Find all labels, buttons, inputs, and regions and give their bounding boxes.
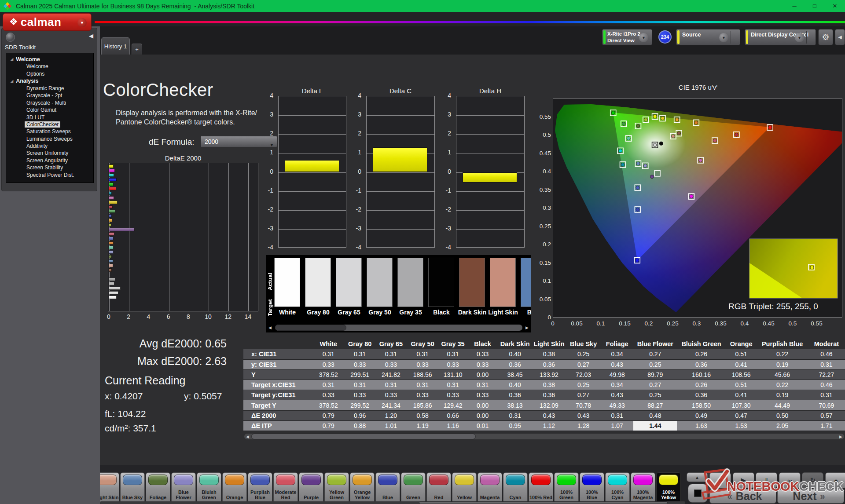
cell-target-y-gray-80[interactable]: 299.52 [344, 400, 375, 410]
swatch-scrollbar-thumb[interactable] [275, 325, 346, 331]
cell-y-cie31-gray-65[interactable]: 0.33 [375, 359, 407, 369]
cell-y-white[interactable]: 378.52 [312, 369, 344, 380]
cell-target-x-cie31-light-skin[interactable]: 0.38 [532, 380, 566, 390]
cell-target-y-cie31-black[interactable]: 0.33 [467, 390, 498, 400]
cell-x-cie31-orange[interactable]: 0.51 [726, 349, 757, 359]
sidebar-item-options[interactable]: Options [6, 70, 93, 77]
cell-x-cie31-gray-80[interactable]: 0.31 [344, 349, 375, 359]
cell-e-itp-blue-flower[interactable]: 1.44 [633, 420, 677, 431]
cell-e-itp-purplish-blue[interactable]: 2.05 [757, 420, 808, 431]
cell-target-y-foliage[interactable]: 49.33 [601, 400, 633, 410]
patch-button-purplish-blue[interactable]: Purplish Blue [248, 472, 272, 502]
close-icon[interactable]: ✕ [825, 0, 845, 12]
calman-menu-button[interactable]: ❖ calman ▼ [3, 13, 92, 31]
cell-y-cie31-dark-skin[interactable]: 0.36 [498, 359, 532, 369]
stop-measure-button[interactable] [688, 484, 708, 503]
sidebar-item-spectral-power-dist[interactable]: Spectral Power Dist. [6, 171, 93, 178]
cell-y-blue-sky[interactable]: 72.03 [566, 369, 601, 380]
patch-button-moderate-red[interactable]: Moderate Red [273, 472, 298, 502]
scroll-right-icon[interactable]: ▶ [839, 435, 842, 439]
cell-x-cie31-gray-65[interactable]: 0.31 [375, 349, 407, 359]
cell-y-purplish-blue[interactable]: 45.66 [757, 369, 808, 380]
next-button[interactable]: Next» [777, 489, 844, 504]
patch-button-100-blue[interactable]: 100% Blue [580, 472, 604, 502]
swatch-scrollbar[interactable] [275, 325, 522, 331]
loop-button[interactable]: ∞ [779, 472, 801, 488]
cell-x-cie31-white[interactable]: 0.31 [312, 349, 344, 359]
table-scrollbar-thumb[interactable] [251, 434, 476, 439]
cell-y-cie31-gray-50[interactable]: 0.33 [407, 359, 439, 369]
cell-e-2000-blue-flower[interactable]: 0.48 [633, 410, 677, 420]
cell-y-cie31-black[interactable]: 0.33 [467, 359, 498, 369]
cell-target-y-cie31-blue-flower[interactable]: 0.25 [633, 390, 677, 400]
patch-button-purple[interactable]: Purple [299, 472, 323, 502]
cell-target-y-cie31-purplish-blue[interactable]: 0.19 [757, 390, 808, 400]
cell-y-cie31-orange[interactable]: 0.41 [726, 359, 757, 369]
cell-y-moderat[interactable]: 72.27 [808, 369, 845, 380]
cell-e-itp-gray-35[interactable]: 1.16 [438, 420, 467, 431]
cell-e-itp-foliage[interactable]: 1.07 [601, 420, 633, 431]
cell-target-x-cie31-gray-65[interactable]: 0.31 [375, 380, 407, 390]
cell-target-x-cie31-purplish-blue[interactable]: 0.22 [757, 380, 808, 390]
back-button[interactable]: «Back [709, 489, 776, 504]
patch-button-100-cyan[interactable]: 100% Cyan [605, 472, 630, 502]
cell-y-cie31-gray-80[interactable]: 0.33 [344, 359, 375, 369]
sidebar-group-welcome[interactable]: ◢Welcome [6, 55, 93, 63]
cell-x-cie31-purplish-blue[interactable]: 0.22 [757, 349, 808, 359]
patch-button-yellow[interactable]: Yellow [452, 472, 477, 502]
cell-x-cie31-light-skin[interactable]: 0.38 [532, 349, 566, 359]
scroll-left-icon[interactable]: ◀ [268, 325, 272, 330]
cell-target-y-gray-65[interactable]: 241.34 [375, 400, 407, 410]
cell-e-2000-foliage[interactable]: 0.31 [601, 410, 633, 420]
cell-y-cie31-light-skin[interactable]: 0.36 [532, 359, 566, 369]
strip-scrollbar-thumb[interactable] [419, 501, 668, 504]
cell-e-2000-moderat[interactable]: 0.57 [808, 410, 845, 420]
cell-y-orange[interactable]: 108.56 [726, 369, 757, 380]
sidebar-item-grayscale-multi[interactable]: Grayscale - Multi [6, 99, 93, 106]
cell-e-itp-white[interactable]: 0.79 [312, 420, 344, 431]
sidebar-item-dynamic-range[interactable]: Dynamic Range [6, 85, 93, 92]
sidebar-item-welcome[interactable]: Welcome [6, 63, 93, 70]
expand-strip-button[interactable]: ▲ [687, 472, 708, 482]
sidebar-item-3d-lut[interactable]: 3D LUT [6, 113, 93, 121]
cell-target-y-blue-flower[interactable]: 88.27 [633, 400, 677, 410]
cell-y-cie31-foliage[interactable]: 0.43 [601, 359, 633, 369]
meter-reading-badge[interactable]: 234 [658, 30, 672, 44]
patch-button-light-skin[interactable]: Light Skin [100, 472, 119, 502]
sidebar-item-screen-angularity[interactable]: Screen Angularity [6, 157, 93, 164]
sidebar-item-luminance-sweeps[interactable]: Luminance Sweeps [6, 135, 93, 142]
sidebar-item-color-gamut[interactable]: Color Gamut [6, 106, 93, 113]
cell-e-itp-gray-50[interactable]: 1.19 [407, 420, 439, 431]
cell-e-2000-dark-skin[interactable]: 0.31 [498, 410, 532, 420]
cell-e-2000-black[interactable]: 0.00 [467, 410, 498, 420]
cell-x-cie31-bluish-green[interactable]: 0.26 [677, 349, 726, 359]
cell-target-y-purplish-blue[interactable]: 44.49 [757, 400, 808, 410]
refresh-button[interactable]: ↻ [802, 472, 823, 488]
cell-e-itp-gray-80[interactable]: 0.88 [344, 420, 375, 431]
cell-y-gray-65[interactable]: 241.82 [375, 369, 407, 380]
cell-target-y-cie31-moderat[interactable]: 0.31 [808, 390, 845, 400]
cell-target-y-cie31-gray-65[interactable]: 0.33 [375, 390, 407, 400]
cell-target-y-black[interactable]: 0.00 [467, 400, 498, 410]
cell-target-y-light-skin[interactable]: 132.09 [532, 400, 566, 410]
cell-target-x-cie31-foliage[interactable]: 0.34 [601, 380, 633, 390]
patch-button-red[interactable]: Red [426, 472, 451, 502]
cell-e-2000-blue-sky[interactable]: 0.43 [566, 410, 601, 420]
cell-x-cie31-black[interactable]: 0.33 [467, 349, 498, 359]
cell-x-cie31-blue-flower[interactable]: 0.27 [633, 349, 677, 359]
patch-button-blue-sky[interactable]: Blue Sky [120, 472, 145, 502]
cell-y-bluish-green[interactable]: 160.16 [677, 369, 726, 380]
sidebar-item-grayscale-2pt[interactable]: Grayscale - 2pt [6, 92, 93, 99]
cell-target-x-cie31-bluish-green[interactable]: 0.26 [677, 380, 726, 390]
cell-e-2000-bluish-green[interactable]: 0.49 [677, 410, 726, 420]
cell-y-blue-flower[interactable]: 89.79 [633, 369, 677, 380]
cell-e-itp-bluish-green[interactable]: 1.63 [677, 420, 726, 431]
cell-target-y-cie31-blue-sky[interactable]: 0.27 [566, 390, 601, 400]
cell-e-itp-moderat[interactable]: 1.71 [808, 420, 845, 431]
cell-target-x-cie31-white[interactable]: 0.31 [312, 380, 344, 390]
cell-target-y-cie31-light-skin[interactable]: 0.36 [532, 390, 566, 400]
cell-target-y-blue-sky[interactable]: 70.78 [566, 400, 601, 410]
cell-e-2000-gray-80[interactable]: 0.96 [344, 410, 375, 420]
cell-e-2000-white[interactable]: 0.79 [312, 410, 344, 420]
cell-target-y-cie31-dark-skin[interactable]: 0.36 [498, 390, 532, 400]
